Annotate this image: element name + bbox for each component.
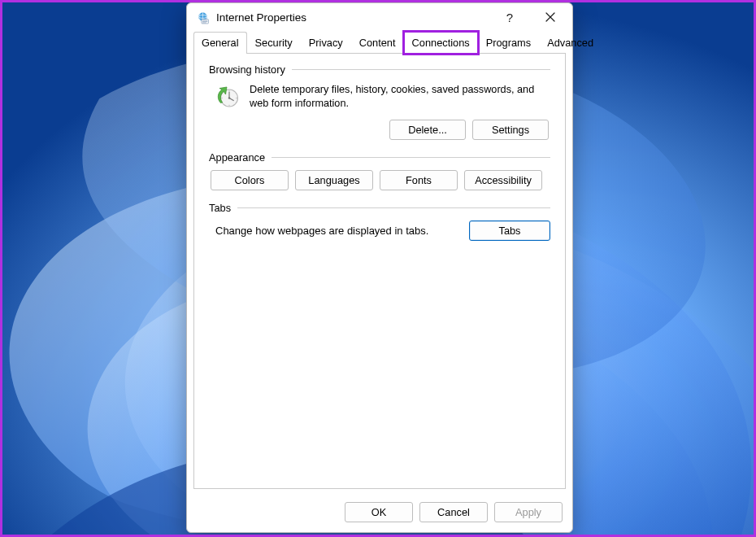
close-icon (545, 12, 555, 22)
tab-advanced[interactable]: Advanced (539, 32, 602, 54)
tab-panel-general: Browsing history (193, 54, 566, 489)
history-icon (212, 82, 241, 111)
apply-button[interactable]: Apply (494, 502, 563, 522)
browsing-history-description: Delete temporary files, history, cookies… (250, 82, 550, 111)
accessibility-button[interactable]: Accessibility (464, 170, 542, 190)
tab-security[interactable]: Security (247, 32, 301, 54)
tab-connections[interactable]: Connections (404, 32, 478, 54)
tab-strip: General Security Privacy Content Connect… (187, 31, 572, 54)
fonts-button[interactable]: Fonts (380, 170, 458, 190)
colors-button[interactable]: Colors (211, 170, 289, 190)
group-appearance: Appearance Colors Languages Fonts Access… (209, 151, 550, 190)
titlebar: Internet Properties ? (187, 3, 572, 31)
internet-properties-dialog: Internet Properties ? General Security P… (186, 2, 573, 533)
group-tabs: Tabs Change how webpages are displayed i… (209, 202, 550, 241)
group-legend-appearance: Appearance (209, 151, 265, 164)
languages-button[interactable]: Languages (295, 170, 373, 190)
internet-options-icon (195, 10, 210, 24)
delete-history-button[interactable]: Delete... (389, 120, 466, 140)
tab-content[interactable]: Content (351, 32, 404, 54)
window-title: Internet Properties (216, 11, 486, 24)
tabs-settings-button[interactable]: Tabs (469, 220, 550, 241)
tab-general[interactable]: General (193, 32, 247, 54)
close-button[interactable] (533, 5, 567, 29)
tabs-description: Change how webpages are displayed in tab… (215, 225, 428, 237)
tab-programs[interactable]: Programs (478, 32, 539, 54)
dialog-footer: OK Cancel Apply (187, 496, 572, 532)
tab-privacy[interactable]: Privacy (301, 32, 351, 54)
group-browsing-history: Browsing history (209, 63, 550, 140)
cancel-button[interactable]: Cancel (419, 502, 488, 522)
help-button[interactable]: ? (493, 5, 527, 29)
ok-button[interactable]: OK (345, 502, 413, 522)
history-settings-button[interactable]: Settings (472, 120, 549, 140)
group-legend-browsing-history: Browsing history (209, 63, 285, 76)
group-legend-tabs: Tabs (209, 202, 231, 214)
